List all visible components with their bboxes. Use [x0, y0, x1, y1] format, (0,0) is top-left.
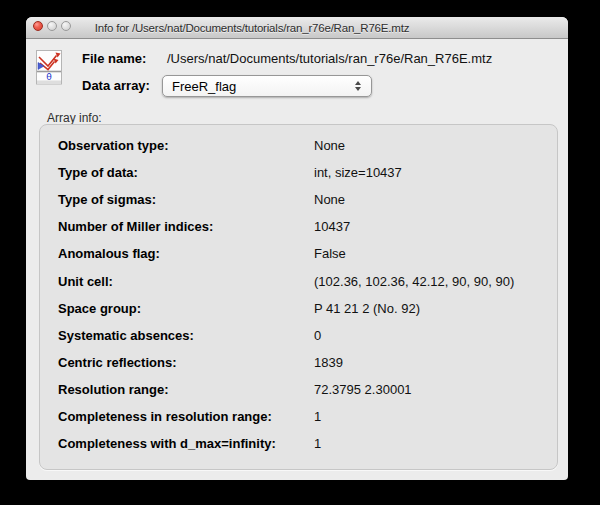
up-down-arrows-icon: [355, 81, 361, 91]
info-row-completeness-resolution: Completeness in resolution range: 1: [40, 403, 557, 430]
info-row-value: 10437: [314, 219, 350, 234]
info-row-label: Space group:: [58, 301, 314, 316]
array-info-groupbox: Observation type: None Type of data: int…: [39, 124, 558, 470]
file-name-value: /Users/nat/Documents/tutorials/ran_r76e/…: [167, 51, 492, 66]
minimize-button[interactable]: [47, 21, 57, 31]
info-row-label: Type of data:: [58, 165, 314, 180]
screenshot-stage: Info for /Users/nat/Documents/tutorials/…: [0, 0, 600, 505]
info-row-label: Completeness with d_max=infinity:: [58, 436, 314, 451]
file-name-label: File name:: [82, 51, 146, 66]
info-row-label: Centric reflections:: [58, 355, 314, 370]
info-row-label: Anomalous flag:: [58, 246, 314, 261]
info-row-observation-type: Observation type: None: [40, 132, 557, 159]
info-row-value: None: [314, 138, 345, 153]
info-row-label: Type of sigmas:: [58, 192, 314, 207]
info-row-value: 1839: [314, 355, 343, 370]
data-array-label: Data array:: [82, 78, 150, 93]
info-row-value: 1: [314, 436, 321, 451]
info-row-unit-cell: Unit cell: (102.36, 102.36, 42.12, 90, 9…: [40, 267, 557, 294]
info-row-label: Unit cell:: [58, 274, 314, 289]
info-row-centric-reflections: Centric reflections: 1839: [40, 349, 557, 376]
info-row-value: 1: [314, 409, 321, 424]
info-row-label: Number of Miller indices:: [58, 219, 314, 234]
info-row-label: Completeness in resolution range:: [58, 409, 314, 424]
info-row-value: int, size=10437: [314, 165, 402, 180]
info-row-type-of-sigmas: Type of sigmas: None: [40, 186, 557, 213]
info-row-value: 72.3795 2.30001: [314, 382, 412, 397]
info-row-value: (102.36, 102.36, 42.12, 90, 90, 90): [314, 274, 514, 289]
mtz-file-icon: θ: [36, 50, 62, 90]
zoom-button[interactable]: [61, 21, 71, 31]
info-row-label: Observation type:: [58, 138, 314, 153]
info-row-resolution-range: Resolution range: 72.3795 2.30001: [40, 376, 557, 403]
info-row-value: P 41 21 2 (No. 92): [314, 301, 420, 316]
data-array-selected-value: FreeR_flag: [163, 79, 236, 94]
info-row-completeness-dmax: Completeness with d_max=infinity: 1: [40, 430, 557, 457]
array-info-section-label: Array info:: [47, 111, 102, 125]
info-row-miller-indices: Number of Miller indices: 10437: [40, 213, 557, 240]
info-row-space-group: Space group: P 41 21 2 (No. 92): [40, 295, 557, 322]
info-row-label: Resolution range:: [58, 382, 314, 397]
info-row-value: False: [314, 246, 346, 261]
window-title: Info for /Users/nat/Documents/tutorials/…: [95, 22, 409, 34]
info-window: Info for /Users/nat/Documents/tutorials/…: [26, 17, 568, 480]
info-row-type-of-data: Type of data: int, size=10437: [40, 159, 557, 186]
info-row-value: 0: [314, 328, 321, 343]
svg-text:θ: θ: [46, 72, 52, 82]
close-button[interactable]: [33, 21, 43, 31]
info-row-label: Systematic absences:: [58, 328, 314, 343]
title-bar[interactable]: Info for /Users/nat/Documents/tutorials/…: [26, 17, 568, 39]
info-row-systematic-absences: Systematic absences: 0: [40, 322, 557, 349]
info-row-value: None: [314, 192, 345, 207]
info-row-anomalous-flag: Anomalous flag: False: [40, 240, 557, 267]
data-array-select[interactable]: FreeR_flag: [162, 75, 372, 97]
